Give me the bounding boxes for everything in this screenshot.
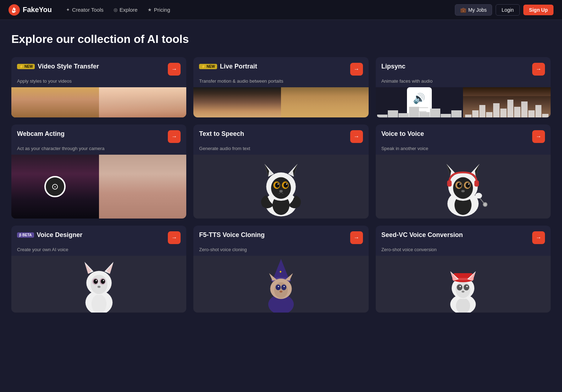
nav-creator-tools[interactable]: ✦ Creator Tools: [66, 7, 104, 13]
signup-button[interactable]: Sign Up: [523, 5, 553, 15]
seed-mascot: [440, 258, 486, 313]
v2v-mascot: [435, 155, 491, 219]
card-header: Seed-VC Voice Conversion →: [376, 226, 551, 247]
card-arrow-button[interactable]: →: [350, 130, 363, 143]
tool-image: [376, 256, 551, 313]
nav-explore[interactable]: ◎ Explore: [114, 7, 138, 13]
svg-point-15: [277, 183, 279, 184]
tool-card-seed-vc: Seed-VC Voice Conversion → Zero-shot voi…: [376, 226, 551, 313]
svg-text:✦: ✦: [279, 270, 282, 274]
svg-point-67: [283, 286, 285, 287]
badge-new: ⚡ NEW: [199, 64, 217, 69]
svg-rect-29: [474, 180, 479, 187]
svg-point-33: [466, 183, 470, 188]
login-label: Login: [502, 7, 514, 13]
tool-subtitle: Zero-shot voice cloning: [193, 247, 368, 256]
card-header: ⚡ NEW Live Portrait →: [193, 57, 368, 78]
svg-point-34: [460, 183, 461, 184]
svg-point-39: [484, 203, 487, 206]
tool-title: Voice to Voice: [381, 130, 424, 138]
svg-point-65: [281, 285, 286, 290]
tool-card-live-portrait: ⚡ NEW Live Portrait → Transfer motion & …: [193, 57, 368, 117]
svg-point-53: [95, 280, 97, 281]
tool-image: 🔊: [376, 87, 551, 117]
card-arrow-button[interactable]: →: [168, 130, 181, 143]
title-row: Seed-VC Voice Conversion: [381, 231, 463, 239]
title-row: Lipsync: [381, 63, 406, 70]
svg-point-16: [286, 183, 287, 184]
svg-point-51: [93, 279, 98, 284]
explore-icon: ◎: [114, 7, 117, 12]
title-group: ⚡ NEW Live Portrait: [199, 63, 257, 70]
f5-mascot: ✦: [258, 258, 304, 313]
svg-point-40: [475, 193, 482, 199]
svg-point-61: [274, 282, 288, 298]
voice-designer-mascot: [74, 256, 124, 313]
title-row: F5-TTS Voice Cloning: [199, 231, 265, 239]
tool-subtitle: Act as your character through your camer…: [11, 146, 186, 155]
pricing-label: Pricing: [154, 7, 170, 13]
card-header: ⚡ NEW Video Style Transfer →: [11, 57, 186, 78]
tool-image: [193, 87, 368, 117]
beta-icon: β: [19, 233, 21, 237]
tool-card-voice-to-voice: Voice to Voice → Speak in another voice: [376, 125, 551, 219]
tool-title: Video Style Transfer: [38, 63, 99, 70]
svg-point-14: [283, 183, 288, 188]
main-content: Explore our collection of AI tools ⚡ NEW…: [0, 20, 562, 327]
tool-title: Voice Designer: [37, 231, 83, 239]
svg-point-32: [457, 183, 462, 188]
tool-card-video-style-transfer: ⚡ NEW Video Style Transfer → Apply style…: [11, 57, 186, 117]
title-row: ⚡ NEW Live Portrait: [199, 63, 257, 70]
tool-subtitle: Create your own AI voice: [11, 247, 186, 256]
logo-text: FakeYou: [23, 6, 52, 14]
title-row: Text to Speech: [199, 130, 244, 138]
tool-card-webcam-acting: Webcam Acting → Act as your character th…: [11, 125, 186, 219]
signup-label: Sign Up: [529, 7, 548, 13]
svg-point-36: [462, 190, 465, 192]
tool-subtitle: Apply styles to your videos: [11, 78, 186, 87]
card-arrow-button[interactable]: →: [168, 63, 181, 76]
title-row: Voice to Voice: [381, 130, 424, 138]
svg-point-82: [459, 286, 461, 287]
my-jobs-button[interactable]: 💼 My Jobs: [455, 4, 492, 16]
explore-label: Explore: [120, 7, 138, 13]
svg-point-54: [103, 280, 104, 281]
card-arrow-button[interactable]: →: [532, 63, 545, 76]
lightning-icon: ⚡: [201, 65, 205, 68]
card-arrow-button[interactable]: →: [350, 231, 363, 244]
tool-card-voice-designer: β BETA Voice Designer → Create your own …: [11, 226, 186, 313]
svg-marker-26: [447, 164, 451, 177]
logo[interactable]: FakeYou: [9, 4, 52, 16]
tts-mascot: [253, 155, 309, 219]
card-arrow-button[interactable]: →: [350, 63, 363, 76]
svg-point-83: [467, 286, 468, 287]
svg-point-84: [462, 291, 464, 293]
nav-pricing[interactable]: ★ Pricing: [148, 7, 170, 13]
svg-point-17: [279, 190, 283, 192]
title-group: Seed-VC Voice Conversion: [381, 231, 463, 239]
tool-title: Live Portrait: [220, 63, 257, 70]
svg-marker-10: [293, 164, 298, 177]
tools-grid: ⚡ NEW Video Style Transfer → Apply style…: [11, 57, 551, 313]
tool-subtitle: Speak in another voice: [376, 146, 551, 155]
card-arrow-button[interactable]: →: [532, 231, 545, 244]
tool-title: Lipsync: [381, 63, 406, 70]
svg-marker-9: [265, 164, 269, 177]
webcam-icon: ⊙: [44, 176, 66, 197]
title-group: Text to Speech: [199, 130, 244, 138]
card-arrow-button[interactable]: →: [168, 231, 181, 244]
card-arrow-button[interactable]: →: [532, 130, 545, 143]
card-header: Webcam Acting →: [11, 125, 186, 146]
badge-new: ⚡ NEW: [17, 64, 35, 69]
tool-title: Webcam Acting: [17, 130, 65, 138]
svg-point-55: [97, 286, 100, 288]
svg-point-80: [457, 284, 463, 291]
login-button[interactable]: Login: [496, 4, 520, 16]
tool-subtitle: Animate faces with audio: [376, 78, 551, 87]
nav-right: 💼 My Jobs Login Sign Up: [455, 4, 553, 16]
tool-image: ⊙: [11, 155, 186, 219]
card-header: F5-TTS Voice Cloning →: [193, 226, 368, 247]
title-row: Webcam Acting: [17, 130, 65, 138]
svg-rect-28: [447, 180, 452, 187]
my-jobs-label: My Jobs: [468, 7, 487, 13]
